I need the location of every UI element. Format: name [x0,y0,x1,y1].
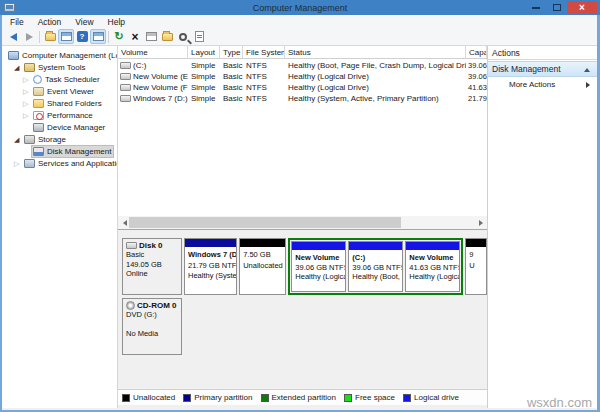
column-header-volume[interactable]: Volume [118,46,188,58]
logical-drive-bar [349,242,402,250]
table-row[interactable]: (C:) Simple Basic NTFS Healthy (Boot, Pa… [118,59,487,70]
report-icon[interactable] [191,29,207,44]
disk-management-pane: Volume Layout Type File System Status Ca… [118,46,487,408]
forward-icon[interactable] [21,29,37,44]
refresh-icon[interactable] [111,29,127,44]
partition-c[interactable]: (C:) 39.06 GB NTFS Healthy (Boot, Page F… [348,241,403,292]
services-icon [24,159,35,168]
legend-extended-partition: Extended partition [261,393,337,402]
table-row[interactable]: New Volume (F:) Simple Basic NTFS Health… [118,81,487,92]
partition-clipped[interactable]: 9 U [465,238,487,295]
scroll-right-icon[interactable] [474,216,487,229]
column-header-capacity[interactable]: Capacity [466,46,487,58]
table-row[interactable]: New Volume (E:) Simple Basic NTFS Health… [118,70,487,81]
free-space-swatch [344,394,352,402]
minimize-button[interactable] [525,1,546,14]
column-header-file-system[interactable]: File System [243,46,285,58]
collapse-icon[interactable] [584,68,590,72]
up-one-level-icon[interactable] [42,29,58,44]
maximize-icon [553,4,561,11]
legend-free-space: Free space [344,393,395,402]
tree-item-shared-folders[interactable]: Shared Folders [2,97,117,109]
console-tree: Computer Management (Local) System Tools… [2,46,118,408]
disk-management-actions-bar[interactable]: Disk Management [488,61,597,77]
actions-header: Actions [488,46,597,60]
properties-icon[interactable] [143,29,159,44]
tree-item-services-and-applications[interactable]: Services and Applications [2,157,117,169]
graphical-view: Disk 0 Basic 149.05 GB Online Windows 7 … [118,229,487,389]
unallocated-swatch [122,394,130,402]
menu-file[interactable]: File [10,17,24,27]
partition-new-volume-f[interactable]: New Volume 41.63 GB NTFS Healthy (Logica… [405,241,460,292]
close-button[interactable]: × [567,1,597,14]
menubar: File Action View Help [2,15,598,28]
partition-windows7[interactable]: Windows 7 (D:) 21.79 GB NTFS Healthy (Sy… [184,238,237,295]
titlebar: Computer Management × [0,0,600,15]
cdrom-label[interactable]: CD-ROM 0 DVD (G:) No Media [122,298,182,355]
computer-icon [8,51,19,60]
toolbar-separator [108,31,109,43]
expander-icon[interactable] [14,63,23,72]
actions-panel: Actions Disk Management More Actions [487,46,597,408]
open-folder-icon[interactable] [159,29,175,44]
tree-item-task-scheduler[interactable]: Task Scheduler [2,73,117,85]
extended-partition-box: New Volume 39.06 GB NTFS Healthy (Logica… [288,238,463,295]
window-border-left [0,15,2,412]
partition-unallocated[interactable]: 7.50 GB Unallocated [239,238,286,295]
expander-icon[interactable] [23,87,32,96]
legend-primary-partition: Primary partition [183,393,252,402]
column-header-layout[interactable]: Layout [188,46,220,58]
logical-drive-swatch [403,394,411,402]
tree-item-disk-management[interactable]: Disk Management [2,145,117,157]
column-header-type[interactable]: Type [220,46,243,58]
delete-icon[interactable] [127,29,143,44]
expander-icon[interactable] [14,159,23,168]
disk0-row: Disk 0 Basic 149.05 GB Online Windows 7 … [122,238,487,295]
system-tools-icon [24,63,35,72]
horizontal-scrollbar[interactable] [118,216,487,229]
expander-icon[interactable] [14,135,23,144]
help-icon[interactable] [74,29,90,44]
maximize-button[interactable] [546,1,567,14]
cd-icon [126,301,135,310]
primary-partition-swatch [183,394,191,402]
logical-drive-bar [292,242,345,250]
table-row[interactable]: Windows 7 (D:) Simple Basic NTFS Healthy… [118,92,487,103]
logical-drive-bar [406,242,459,250]
tree-item-device-manager[interactable]: Device Manager [2,121,117,133]
drive-icon [120,84,131,91]
expander-icon[interactable] [23,75,32,84]
tree-item-system-tools[interactable]: System Tools [2,61,117,73]
submenu-arrow-icon [586,82,590,88]
disk0-label[interactable]: Disk 0 Basic 149.05 GB Online [122,238,182,295]
console-window-icon[interactable] [58,29,74,44]
legend-bar: Unallocated Primary partition Extended p… [118,389,487,405]
menu-help[interactable]: Help [108,17,125,27]
more-actions-item[interactable]: More Actions [488,77,597,92]
shared-folders-icon [33,99,44,108]
close-icon: × [579,3,585,13]
tree-item-computer-management[interactable]: Computer Management (Local) [2,49,117,61]
drive-icon [120,62,131,69]
tree-item-storage[interactable]: Storage [2,133,117,145]
toolbar-separator [39,31,40,43]
menu-action[interactable]: Action [38,17,62,27]
menu-view[interactable]: View [75,17,93,27]
partition-new-volume-e[interactable]: New Volume 39.06 GB NTFS Healthy (Logica… [291,241,346,292]
views-icon[interactable] [175,29,191,44]
extended-partition-swatch [261,394,269,402]
event-viewer-icon [33,87,44,96]
scrollbar-thumb[interactable] [129,217,401,228]
tree-item-event-viewer[interactable]: Event Viewer [2,85,117,97]
column-header-status[interactable]: Status [285,46,466,58]
cdrom-row: CD-ROM 0 DVD (G:) No Media [122,298,487,355]
show-hide-console-tree-icon[interactable] [90,29,106,44]
back-icon[interactable] [5,29,21,44]
expander-icon[interactable] [23,99,32,108]
drive-icon [120,95,131,102]
performance-icon [33,111,44,120]
window-title: Computer Management [0,3,600,13]
computer-management-window: Computer Management × File Action View H… [0,0,600,412]
expander-icon[interactable] [23,111,32,120]
tree-item-performance[interactable]: Performance [2,109,117,121]
